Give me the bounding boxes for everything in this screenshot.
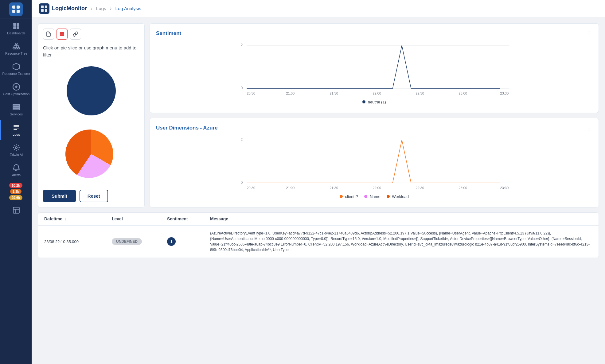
sentiment-menu-dots[interactable]: ⋮ bbox=[586, 30, 592, 37]
svg-text:23:30: 23:30 bbox=[500, 91, 509, 95]
user-dimensions-chart-svg-wrap: 2 0 20:30 21:00 21:30 22:00 22:30 bbox=[156, 135, 592, 192]
sidebar-logo bbox=[0, 0, 32, 18]
svg-text:23:00: 23:00 bbox=[459, 186, 467, 190]
sidebar-item-dashboards[interactable]: Dashboards bbox=[0, 18, 32, 39]
sidebar-item-alerts[interactable]: Alerts bbox=[0, 160, 32, 180]
link-icon-btn[interactable] bbox=[70, 29, 81, 40]
user-dimensions-chart-card: User Dimensions - Azure ⋮ 2 0 bbox=[150, 118, 599, 207]
svg-rect-2 bbox=[12, 10, 15, 13]
level-badge: UNDEFINED bbox=[112, 238, 142, 245]
sidebar-item-resource-tree-label: Resource Tree bbox=[5, 52, 27, 55]
legend-dot-name bbox=[364, 195, 367, 198]
user-dimensions-menu-dots[interactable]: ⋮ bbox=[586, 124, 592, 132]
grid-icon-btn[interactable] bbox=[57, 29, 68, 40]
breadcrumb-log-analysis[interactable]: Log Analysis bbox=[115, 6, 141, 11]
table-section: Datetime ↓ Level Sentiment Message 23/08… bbox=[38, 212, 599, 258]
user-dimensions-chart-header: User Dimensions - Azure ⋮ bbox=[156, 124, 592, 132]
col-header-sentiment[interactable]: Sentiment bbox=[167, 216, 210, 221]
svg-text:21:30: 21:30 bbox=[330, 186, 338, 190]
sentiment-chart-card: Sentiment ⋮ 2 0 bbox=[150, 23, 599, 113]
badge-orange[interactable]: 1.3k bbox=[10, 189, 21, 194]
topnav-logo-box bbox=[39, 3, 49, 14]
svg-marker-17 bbox=[13, 63, 20, 70]
svg-text:0: 0 bbox=[241, 180, 243, 185]
col-header-datetime[interactable]: Datetime ↓ bbox=[44, 216, 112, 221]
svg-rect-11 bbox=[18, 48, 20, 49]
svg-text:2: 2 bbox=[241, 137, 243, 142]
logo-icon bbox=[9, 2, 23, 16]
sidebar: Dashboards Resource Tree Resource Explor… bbox=[0, 0, 32, 364]
badge-row: 10.2k 1.3k 29.6k bbox=[0, 180, 32, 203]
user-dimensions-pie-chart[interactable] bbox=[60, 123, 122, 185]
sidebar-item-cost-optimization[interactable]: $ Cost Optimization bbox=[0, 79, 32, 99]
col-header-message[interactable]: Message bbox=[210, 216, 592, 221]
sidebar-item-resource-tree[interactable]: Resource Tree bbox=[0, 39, 32, 59]
svg-line-35 bbox=[18, 149, 18, 150]
document-icon-btn[interactable] bbox=[43, 29, 54, 40]
legend-item-clientip: clientIP bbox=[340, 194, 358, 199]
filter-panel: Click on pie slice or use graph menu to … bbox=[38, 23, 145, 207]
cell-datetime: 23/08 22:10:35.000 bbox=[44, 239, 112, 244]
badge-yellow[interactable]: 29.6k bbox=[9, 195, 23, 200]
charts-panel: Sentiment ⋮ 2 0 bbox=[150, 23, 599, 207]
legend-dot-workload bbox=[387, 195, 390, 198]
legend-label-clientip: clientIP bbox=[345, 194, 358, 199]
svg-rect-8 bbox=[15, 43, 18, 44]
sentiment-pie-chart[interactable] bbox=[64, 63, 119, 118]
table-row: 23/08 22:10:35.000 UNDEFINED 1 {AzureAct… bbox=[38, 226, 599, 258]
sidebar-item-services[interactable]: Services bbox=[0, 99, 32, 120]
sidebar-item-alerts-label: Alerts bbox=[12, 173, 21, 177]
svg-rect-3 bbox=[17, 10, 20, 13]
svg-rect-0 bbox=[12, 6, 15, 9]
sentiment-line-chart: 2 0 20:30 21:00 21:30 22:00 22:30 bbox=[156, 41, 592, 96]
svg-rect-24 bbox=[13, 108, 20, 110]
sidebar-item-edwin-ai[interactable]: Edwin AI bbox=[0, 140, 32, 160]
svg-text:22:30: 22:30 bbox=[416, 91, 424, 95]
sentiment-number: 1 bbox=[167, 237, 176, 246]
topnav: LogicMonitor › Logs › Log Analysis bbox=[32, 0, 605, 17]
legend-label-workload: Workload bbox=[392, 194, 409, 199]
sentiment-chart-svg-wrap: 2 0 20:30 21:00 21:30 22:00 22:30 bbox=[156, 41, 592, 97]
svg-line-36 bbox=[14, 149, 14, 150]
user-dimensions-line-chart: 2 0 20:30 21:00 21:30 22:00 22:30 bbox=[156, 135, 592, 191]
cell-sentiment: 1 bbox=[167, 237, 210, 246]
legend-label-neutral: neutral (1) bbox=[368, 100, 386, 104]
svg-text:2: 2 bbox=[241, 43, 243, 47]
svg-text:23:00: 23:00 bbox=[459, 91, 467, 95]
submit-button[interactable]: Submit bbox=[43, 190, 76, 202]
col-header-level[interactable]: Level bbox=[112, 216, 167, 221]
svg-rect-46 bbox=[62, 32, 64, 34]
sidebar-item-cost-optimization-label: Cost Optimization bbox=[3, 92, 30, 96]
legend-item-name: Name bbox=[364, 194, 380, 199]
table-header-row: Datetime ↓ Level Sentiment Message bbox=[38, 213, 599, 226]
sentiment-pie-container bbox=[43, 63, 139, 118]
svg-text:$: $ bbox=[15, 85, 17, 89]
user-dimensions-chart-title: User Dimensions - Azure bbox=[156, 125, 218, 131]
svg-rect-43 bbox=[41, 9, 44, 12]
svg-text:23:30: 23:30 bbox=[500, 186, 509, 190]
legend-dot-neutral bbox=[362, 100, 365, 103]
legend-label-name: Name bbox=[370, 194, 381, 199]
instruction-text: Click on pie slice or use graph menu to … bbox=[43, 45, 139, 58]
sidebar-item-resource-explorer[interactable]: Resource Explorer bbox=[0, 59, 32, 79]
sentiment-chart-header: Sentiment ⋮ bbox=[156, 30, 592, 37]
badge-red[interactable]: 10.2k bbox=[9, 183, 23, 188]
svg-rect-38 bbox=[13, 207, 19, 213]
main: LogicMonitor › Logs › Log Analysis bbox=[32, 0, 605, 364]
sidebar-item-logs[interactable]: Logs bbox=[0, 120, 32, 140]
svg-text:21:30: 21:30 bbox=[330, 91, 338, 95]
sentiment-legend: neutral (1) bbox=[156, 100, 592, 104]
svg-rect-22 bbox=[13, 104, 20, 106]
sidebar-item-bottom[interactable] bbox=[0, 203, 32, 218]
sidebar-item-edwin-ai-label: Edwin AI bbox=[10, 153, 23, 157]
breadcrumb-sep-2: › bbox=[110, 5, 112, 12]
svg-text:22:00: 22:00 bbox=[373, 186, 381, 190]
svg-rect-7 bbox=[17, 26, 19, 29]
breadcrumb-sep-1: › bbox=[91, 5, 92, 12]
svg-text:20:30: 20:30 bbox=[247, 186, 256, 190]
legend-dot-clientip bbox=[340, 195, 343, 198]
sentiment-chart-title: Sentiment bbox=[156, 30, 181, 37]
breadcrumb-logs[interactable]: Logs bbox=[96, 6, 106, 11]
reset-button[interactable]: Reset bbox=[80, 190, 108, 202]
svg-rect-9 bbox=[13, 48, 15, 49]
